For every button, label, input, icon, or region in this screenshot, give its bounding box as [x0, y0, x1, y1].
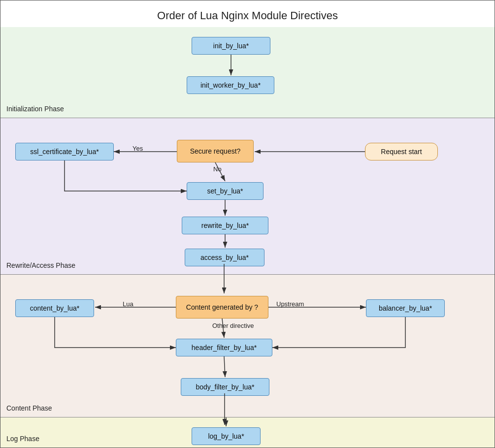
node-set-by-lua: set_by_lua*	[187, 182, 264, 200]
phase-content: content_by_lua* Content generated by ? b…	[0, 275, 495, 417]
phase-rewrite: ssl_certificate_by_lua* Secure request? …	[0, 118, 495, 275]
phase-init-label: Initialization Phase	[6, 105, 64, 113]
svg-line-13	[224, 356, 225, 377]
diagram-container: Order of Lua Nginx Module Directives ini…	[0, 0, 495, 448]
node-content-by-lua: content_by_lua*	[15, 299, 94, 317]
label-upstream: Upstream	[276, 300, 304, 308]
node-balancer-by-lua: balancer_by_lua*	[366, 299, 445, 317]
node-access-by-lua: access_by_lua*	[185, 249, 264, 266]
node-ssl-certificate: ssl_certificate_by_lua*	[15, 143, 114, 160]
phase-init: init_by_lua* init_worker_by_lua* Initial…	[0, 27, 495, 118]
node-request-start: Request start	[365, 143, 438, 160]
node-header-filter-by-lua: header_filter_by_lua*	[176, 339, 272, 356]
phase-content-label: Content Phase	[6, 404, 52, 412]
label-yes: Yes	[132, 145, 143, 152]
label-no: No	[213, 165, 222, 173]
diagram-title: Order of Lua Nginx Module Directives	[0, 0, 495, 27]
label-other-directive: Other directive	[212, 322, 254, 329]
node-body-filter-by-lua: body_filter_by_lua*	[181, 378, 269, 396]
phase-log: log_by_lua* Log Phase	[0, 417, 495, 448]
phase-rewrite-label: Rewrite/Access Phase	[6, 261, 75, 269]
label-lua: Lua	[123, 300, 133, 308]
node-secure-request: Secure request?	[177, 140, 254, 162]
node-rewrite-by-lua: rewrite_by_lua*	[182, 217, 268, 234]
node-content-generated-by: Content generated by ?	[176, 296, 268, 319]
phase-log-label: Log Phase	[6, 435, 39, 443]
node-log-by-lua: log_by_lua*	[192, 427, 261, 445]
node-init-worker-by-lua: init_worker_by_lua*	[187, 76, 274, 94]
node-init-by-lua: init_by_lua*	[192, 37, 270, 55]
